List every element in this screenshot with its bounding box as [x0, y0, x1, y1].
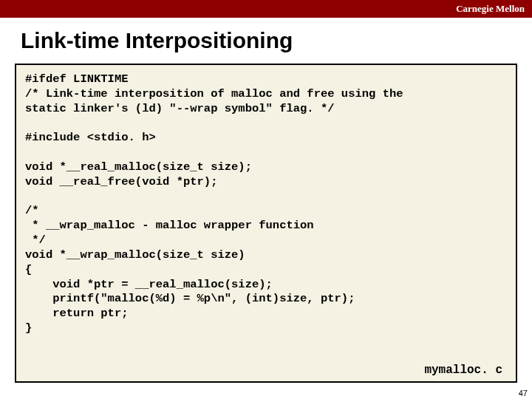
code-box: #ifdef LINKTIME /* Link-time interpositi…	[15, 64, 517, 383]
filename-label: mymalloc. c	[424, 364, 502, 377]
header-bar: Carnegie Mellon	[0, 0, 532, 18]
institution-label: Carnegie Mellon	[456, 3, 525, 15]
code-content: #ifdef LINKTIME /* Link-time interpositi…	[25, 72, 507, 336]
slide-title: Link-time Interpositioning	[0, 18, 532, 64]
page-number: 47	[519, 389, 528, 398]
